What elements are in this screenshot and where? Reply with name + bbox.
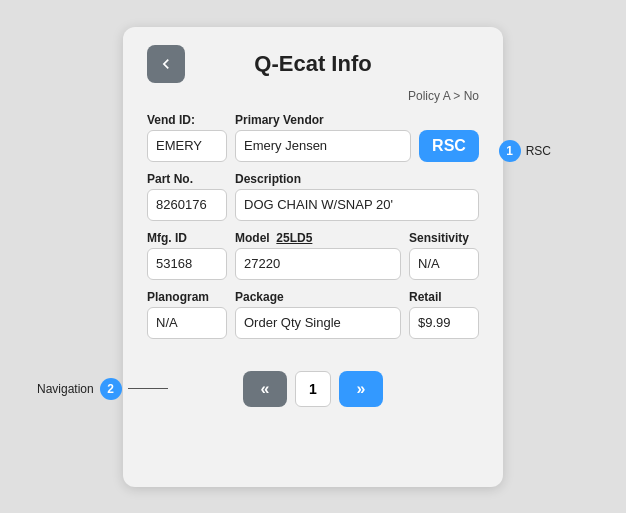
mfg-id-input[interactable]: 53168: [147, 248, 227, 280]
retail-input[interactable]: $9.99: [409, 307, 479, 339]
header: Q-Ecat Info: [147, 45, 479, 83]
rsc-button[interactable]: RSC: [419, 130, 479, 162]
model-label-text: Model: [235, 231, 270, 245]
mfg-id-label: Mfg. ID: [147, 231, 227, 245]
callout-line: [128, 388, 168, 389]
next-button[interactable]: »: [339, 371, 383, 407]
description-label: Description: [235, 172, 479, 186]
mfg-id-group: Mfg. ID 53168: [147, 231, 227, 280]
part-no-group: Part No. 8260176: [147, 172, 227, 221]
nav-callout: Navigation 2: [37, 378, 168, 400]
page-title: Q-Ecat Info: [201, 51, 425, 77]
plan-package-row: Planogram N/A Package Order Qty Single R…: [147, 290, 479, 339]
sensitivity-label: Sensitivity: [409, 231, 479, 245]
prev-button[interactable]: «: [243, 371, 287, 407]
part-desc-row: Part No. 8260176 Description DOG CHAIN W…: [147, 172, 479, 221]
sensitivity-group: Sensitivity N/A: [409, 231, 479, 280]
description-group: Description DOG CHAIN W/SNAP 20': [235, 172, 479, 221]
main-card: Q-Ecat Info Policy A > No Vend ID: EMERY…: [123, 27, 503, 487]
navigation-area: Navigation 2 « 1 »: [147, 371, 479, 407]
sensitivity-input[interactable]: N/A: [409, 248, 479, 280]
package-label: Package: [235, 290, 401, 304]
rsc-wrapper: RSC 1 RSC: [419, 130, 479, 162]
rsc-badge-text: RSC: [526, 144, 551, 158]
retail-group: Retail $9.99: [409, 290, 479, 339]
model-group: Model 25LD5 27220: [235, 231, 401, 280]
part-no-input[interactable]: 8260176: [147, 189, 227, 221]
model-sublabel: 25LD5: [276, 231, 312, 245]
mfg-model-row: Mfg. ID 53168 Model 25LD5 27220 Sensitiv…: [147, 231, 479, 280]
primary-vendor-input[interactable]: Emery Jensen: [235, 130, 411, 162]
model-label: Model 25LD5: [235, 231, 401, 245]
primary-vendor-label: Primary Vendor: [235, 113, 411, 127]
primary-vendor-group: Primary Vendor Emery Jensen: [235, 113, 411, 162]
back-button[interactable]: [147, 45, 185, 83]
model-input[interactable]: 27220: [235, 248, 401, 280]
package-group: Package Order Qty Single: [235, 290, 401, 339]
nav-callout-label: Navigation: [37, 382, 94, 396]
vend-id-label: Vend ID:: [147, 113, 227, 127]
planogram-group: Planogram N/A: [147, 290, 227, 339]
rsc-callout: 1 RSC: [499, 140, 551, 162]
retail-label: Retail: [409, 290, 479, 304]
back-icon: [156, 54, 176, 74]
policy-line: Policy A > No: [147, 89, 479, 103]
vend-id-input[interactable]: EMERY: [147, 130, 227, 162]
planogram-label: Planogram: [147, 290, 227, 304]
part-no-label: Part No.: [147, 172, 227, 186]
vend-id-group: Vend ID: EMERY: [147, 113, 227, 162]
nav-badge: 2: [100, 378, 122, 400]
page-number: 1: [295, 371, 331, 407]
form-grid: Vend ID: EMERY Primary Vendor Emery Jens…: [147, 113, 479, 339]
vend-primary-row: Vend ID: EMERY Primary Vendor Emery Jens…: [147, 113, 479, 162]
description-input[interactable]: DOG CHAIN W/SNAP 20': [235, 189, 479, 221]
rsc-badge: 1: [499, 140, 521, 162]
planogram-input[interactable]: N/A: [147, 307, 227, 339]
package-input[interactable]: Order Qty Single: [235, 307, 401, 339]
